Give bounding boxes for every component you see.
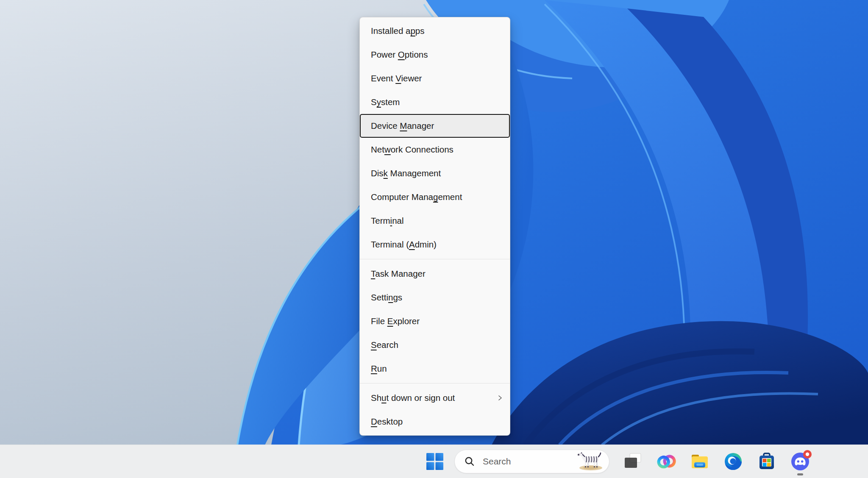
menu-separator xyxy=(360,259,510,259)
menu-item-terminal[interactable]: Terminal xyxy=(360,209,510,233)
submenu-chevron-icon xyxy=(497,393,503,403)
microsoft-store-icon xyxy=(757,452,776,471)
menu-item-device-manager[interactable]: Device Manager xyxy=(360,114,510,138)
search-input[interactable]: Search xyxy=(454,450,609,473)
menu-item-installed-apps[interactable]: Installed apps xyxy=(360,19,510,43)
task-view-button[interactable] xyxy=(623,451,643,472)
taskbar-cluster: Search xyxy=(425,445,810,478)
menu-item-terminal-admin[interactable]: Terminal (Admin) xyxy=(360,233,510,256)
menu-item-label: Network Connections xyxy=(371,145,453,155)
menu-item-label: System xyxy=(371,97,400,107)
menu-item-label: Shut down or sign out xyxy=(371,393,455,403)
menu-item-label: Terminal (Admin) xyxy=(371,239,437,250)
menu-separator xyxy=(360,383,510,384)
menu-item-label: Computer Management xyxy=(371,192,462,202)
menu-item-label: Run xyxy=(371,364,387,374)
copilot-button[interactable] xyxy=(656,451,676,472)
running-app-indicator xyxy=(797,473,803,475)
menu-item-network-connections[interactable]: Network Connections xyxy=(360,138,510,161)
menu-item-label: Task Manager xyxy=(371,269,426,279)
menu-item-run[interactable]: Run xyxy=(360,357,510,381)
menu-item-label: Terminal xyxy=(371,216,403,226)
menu-item-computer-management[interactable]: Computer Management xyxy=(360,185,510,209)
discord-button[interactable] xyxy=(790,451,810,472)
search-icon xyxy=(464,456,475,467)
notification-badge xyxy=(803,450,812,461)
menu-item-search[interactable]: Search xyxy=(360,333,510,357)
file-explorer-icon xyxy=(690,451,710,472)
file-explorer-button[interactable] xyxy=(690,451,710,472)
menu-item-system[interactable]: System xyxy=(360,90,510,114)
menu-item-event-viewer[interactable]: Event Viewer xyxy=(360,67,510,90)
menu-item-label: Desktop xyxy=(371,417,403,427)
menu-item-disk-management[interactable]: Disk Management xyxy=(360,161,510,185)
menu-item-label: Event Viewer xyxy=(371,73,422,83)
menu-item-label: Device Manager xyxy=(371,121,434,131)
windows-logo-icon xyxy=(426,453,443,470)
menu-item-label: Disk Management xyxy=(371,168,441,178)
menu-item-label: Settings xyxy=(371,292,402,303)
desktop: Installed apps Power Options Event Viewe… xyxy=(0,0,868,478)
menu-item-power-options[interactable]: Power Options xyxy=(360,43,510,67)
menu-item-settings[interactable]: Settings xyxy=(360,286,510,309)
menu-item-file-explorer[interactable]: File Explorer xyxy=(360,309,510,333)
taskbar: Search xyxy=(0,445,868,478)
menu-item-desktop[interactable]: Desktop xyxy=(360,410,510,434)
copilot-icon xyxy=(657,452,676,471)
zebra-icon[interactable] xyxy=(576,450,606,471)
menu-item-label: Installed apps xyxy=(371,26,425,36)
microsoft-store-button[interactable] xyxy=(757,451,777,472)
menu-item-label: Power Options xyxy=(371,50,428,60)
task-view-icon xyxy=(623,453,642,470)
menu-item-task-manager[interactable]: Task Manager xyxy=(360,262,510,286)
edge-icon xyxy=(724,452,743,471)
menu-item-shut-down-or-sign-out[interactable]: Shut down or sign out xyxy=(360,386,510,410)
start-button[interactable] xyxy=(425,451,445,472)
context-menu: Installed apps Power Options Event Viewe… xyxy=(359,17,510,436)
menu-item-label: Search xyxy=(371,340,398,350)
edge-button[interactable] xyxy=(723,451,743,472)
menu-item-label: File Explorer xyxy=(371,316,420,326)
